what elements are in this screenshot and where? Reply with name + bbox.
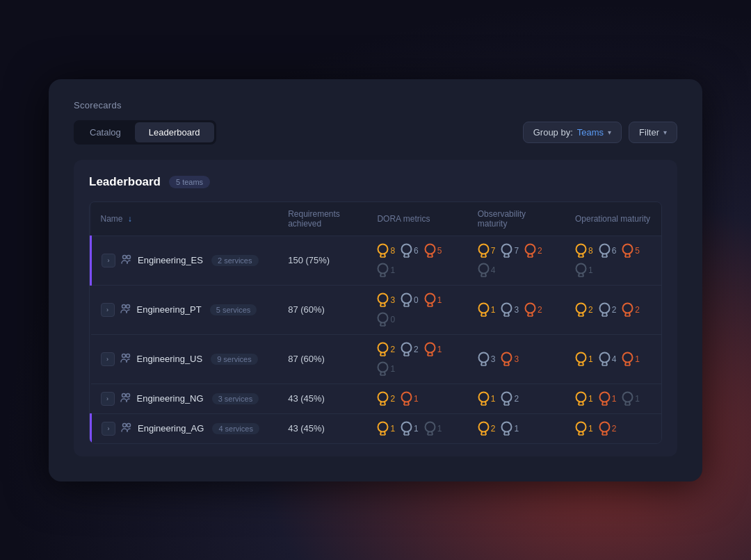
- svg-point-50: [122, 305, 125, 308]
- medal-gold: 1: [575, 352, 593, 367]
- medal-gold: 1: [478, 302, 496, 318]
- svg-point-34: [576, 244, 586, 254]
- table-row: › Engineering_NG 3 services 43 (45%): [91, 384, 662, 413]
- svg-point-60: [425, 293, 435, 303]
- svg-point-18: [478, 244, 488, 254]
- panel-header: Leaderboard 5 teams: [89, 175, 662, 189]
- medal-gold: 2: [478, 421, 496, 436]
- table-row: › Engineering_US 9 services 87 (60%): [91, 334, 662, 384]
- filter-button[interactable]: Filter ▾: [629, 122, 677, 143]
- medal-bronze: 1: [401, 391, 419, 406]
- svg-point-131: [126, 394, 129, 397]
- services-badge: 4 services: [212, 423, 259, 434]
- svg-point-161: [127, 424, 131, 427]
- expand-button[interactable]: ›: [101, 352, 115, 366]
- col-name: Name ↓: [91, 202, 279, 236]
- team-icon: [121, 254, 132, 266]
- svg-point-1: [127, 256, 131, 259]
- score-cell: 43 (45%): [278, 384, 367, 413]
- medal-silver: 3: [478, 352, 496, 367]
- medal-gold: 7: [478, 243, 496, 258]
- svg-point-76: [526, 303, 535, 313]
- page-title: Scorecards: [74, 100, 677, 110]
- observability-cell: 1 3 2: [468, 285, 565, 334]
- svg-point-56: [402, 293, 412, 303]
- leaderboard-table: Name ↓ Requirements achieved DORA metric…: [90, 202, 661, 443]
- svg-point-132: [378, 392, 388, 402]
- medal-gray: 1: [377, 361, 395, 377]
- medal-gold: 2: [575, 302, 593, 318]
- chevron-down-icon: ▾: [663, 129, 667, 136]
- svg-point-182: [576, 422, 586, 431]
- team-name: Engineering_ES: [138, 255, 203, 265]
- svg-point-144: [502, 392, 512, 402]
- expand-button[interactable]: ›: [101, 303, 115, 317]
- expand-button[interactable]: ›: [102, 422, 115, 436]
- medal-bronze: 3: [501, 352, 519, 367]
- medal-gray: 0: [377, 312, 395, 327]
- svg-point-126: [623, 352, 633, 362]
- main-window: Scorecards Catalog Leaderboard Group by:…: [49, 79, 702, 481]
- medal-silver: 4: [599, 352, 617, 367]
- col-requirements: Requirements achieved: [278, 202, 367, 236]
- medal-silver: 6: [599, 243, 617, 258]
- svg-point-93: [126, 354, 129, 358]
- group-by-button[interactable]: Group by: Teams ▾: [523, 122, 622, 143]
- svg-point-6: [402, 244, 412, 254]
- medal-gold: 1: [575, 421, 593, 436]
- svg-point-88: [623, 303, 633, 313]
- medal-gold: 8: [377, 243, 395, 258]
- group-by-value: Teams: [577, 127, 604, 138]
- svg-point-106: [378, 362, 388, 372]
- sort-icon: ↓: [128, 214, 132, 224]
- name-cell: › Engineering_ES 2 services: [91, 236, 279, 285]
- team-icon: [120, 353, 131, 365]
- svg-point-170: [425, 422, 435, 431]
- services-badge: 9 services: [211, 354, 258, 365]
- medal-gold: 1: [478, 391, 496, 406]
- svg-point-98: [402, 343, 412, 352]
- score-cell: 43 (45%): [278, 413, 367, 443]
- tab-leaderboard[interactable]: Leaderboard: [135, 122, 214, 142]
- svg-point-160: [123, 424, 127, 427]
- medal-silver: 1: [501, 421, 519, 436]
- team-name: Engineering_US: [137, 354, 203, 364]
- group-by-label: Group by:: [533, 127, 573, 138]
- svg-point-102: [425, 343, 435, 352]
- medal-gray: 1: [622, 391, 640, 406]
- medal-gold: 1: [377, 421, 395, 436]
- table-row: › Engineering_PT 5 services 87 (60%): [91, 285, 662, 334]
- observability-cell: 2 1: [468, 413, 565, 443]
- chevron-down-icon: ▾: [608, 129, 611, 136]
- medal-bronze: 5: [424, 243, 442, 258]
- dora-cell: 8 6 5 1: [367, 236, 467, 285]
- expand-button[interactable]: ›: [102, 254, 115, 267]
- svg-point-114: [502, 352, 512, 362]
- expand-button[interactable]: ›: [101, 392, 115, 406]
- team-name: Engineering_PT: [137, 304, 202, 315]
- medal-bronze: 1: [599, 391, 617, 406]
- col-observability: Observability maturity: [468, 202, 565, 236]
- name-cell: › Engineering_NG 3 services: [91, 384, 279, 413]
- svg-point-64: [378, 313, 388, 322]
- svg-point-14: [378, 263, 388, 273]
- dora-cell: 1 1 1: [367, 413, 467, 443]
- svg-point-22: [502, 244, 512, 254]
- medal-bronze: 2: [622, 302, 640, 318]
- medal-bronze: 2: [599, 421, 617, 436]
- medal-silver: 7: [501, 243, 519, 258]
- tab-group: Catalog Leaderboard: [74, 120, 216, 145]
- leaderboard-title: Leaderboard: [89, 175, 161, 189]
- medal-silver: 2: [599, 302, 617, 318]
- svg-point-72: [502, 303, 512, 313]
- observability-cell: 1 2: [468, 384, 565, 413]
- medal-silver: 1: [401, 421, 419, 436]
- operational-cell: 1 2: [565, 413, 661, 443]
- svg-point-156: [623, 392, 633, 402]
- dora-cell: 2 2 1 1: [367, 334, 467, 384]
- medal-silver: 3: [501, 302, 519, 318]
- medal-gold: 8: [575, 243, 593, 258]
- tab-catalog[interactable]: Catalog: [76, 122, 135, 142]
- svg-point-10: [425, 244, 435, 254]
- team-icon: [120, 304, 131, 315]
